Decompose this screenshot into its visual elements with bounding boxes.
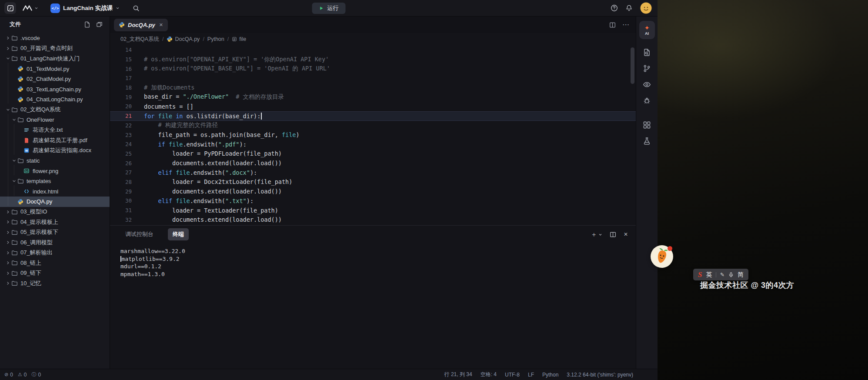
editor-scrollbar[interactable] xyxy=(631,47,634,225)
tree-folder-03_模型IO[interactable]: 03_模型IO xyxy=(0,207,110,217)
source-control-branch-icon[interactable] xyxy=(636,60,658,77)
tree-file-04_ChatLongChain.py[interactable]: 04_ChatLongChain.py xyxy=(0,94,110,105)
code-line-15[interactable]: 15# os.environ["OPENAI_API_KEY"] = '你的Op… xyxy=(110,55,636,64)
code-editor[interactable]: 1415# os.environ["OPENAI_API_KEY"] = '你的… xyxy=(110,45,636,225)
tree-folder-08_链上[interactable]: 08_链上 xyxy=(0,258,110,268)
scrollbar-thumb[interactable] xyxy=(631,47,634,84)
tab-label: DocQA.py xyxy=(128,22,155,28)
ime-language-toggle[interactable]: 英 xyxy=(706,271,712,279)
new-file-icon[interactable] xyxy=(84,21,90,28)
tree-folder-06_调用模型[interactable]: 06_调用模型 xyxy=(0,237,110,248)
code-line-23[interactable]: 23 file_path = os.path.join(base_dir, fi… xyxy=(110,130,636,140)
code-line-30[interactable]: 30 elif file.endswith(".txt"): xyxy=(110,196,636,206)
collapse-folders-icon[interactable] xyxy=(96,21,103,28)
tab-docqa-py[interactable]: DocQA.py ✕ xyxy=(114,19,168,31)
tree-folder-00_开篇词_奇点时刻[interactable]: 00_开篇词_奇点时刻 xyxy=(0,43,110,54)
ai-assistant-button[interactable]: ✦ AI xyxy=(639,21,655,39)
tree-folder-07_解析输出[interactable]: 07_解析输出 xyxy=(0,248,110,258)
tree-folder-09_链下[interactable]: 09_链下 xyxy=(0,268,110,279)
test-flask-icon[interactable] xyxy=(636,133,658,149)
status-encoding[interactable]: UTF-8 xyxy=(505,372,520,378)
tree-file-flower.png[interactable]: flower.png xyxy=(0,166,110,177)
user-avatar[interactable] xyxy=(640,2,652,14)
split-panel-icon[interactable] xyxy=(610,231,616,238)
code-line-14[interactable]: 14 xyxy=(110,45,636,55)
breadcrumb-item[interactable]: Python xyxy=(207,36,224,42)
tree-file-index.html[interactable]: index.html xyxy=(0,187,110,197)
tree-file-易速鲜花员工手册.pdf[interactable]: 易速鲜花员工手册.pdf xyxy=(0,135,110,146)
tree-file-花语大全.txt[interactable]: 花语大全.txt xyxy=(0,125,110,136)
line-number: 28 xyxy=(110,179,141,185)
project-selector[interactable]: </> LangChain 实战课 xyxy=(50,3,120,13)
app-logo-button[interactable] xyxy=(4,2,16,14)
terminal-output[interactable]: marshmallow==3.22.0matplotlib==3.9.2mdur… xyxy=(110,243,636,369)
search-icon[interactable] xyxy=(133,5,140,12)
problems-error[interactable]: ⊘0 xyxy=(4,372,13,378)
tree-folder-static[interactable]: static xyxy=(0,156,110,166)
tree-file-DocQA.py[interactable]: DocQA.py xyxy=(0,197,110,207)
workspace-switcher[interactable] xyxy=(22,5,38,11)
ime-pen-icon[interactable]: ✎ xyxy=(720,272,724,278)
code-line-21[interactable]: 21for file in os.listdir(base_dir): xyxy=(110,111,636,121)
ime-toolbar[interactable]: S 英 ✎ 简 xyxy=(693,269,748,280)
preview-eye-icon[interactable] xyxy=(636,77,658,93)
code-line-26[interactable]: 26 documents.extend(loader.load()) xyxy=(110,158,636,168)
file-search-icon[interactable] xyxy=(636,44,658,60)
split-editor-icon[interactable] xyxy=(609,22,616,28)
code-line-28[interactable]: 28 loader = Docx2txtLoader(file_path) xyxy=(110,177,636,187)
code-line-16[interactable]: 16# os.environ["OPENAI_BASE_URL"] = 'Ope… xyxy=(110,64,636,73)
code-line-32[interactable]: 32 documents.extend(loader.load()) xyxy=(110,215,636,224)
tree-folder-02_文档QA系统[interactable]: 02_文档QA系统 xyxy=(0,105,110,115)
breadcrumb-item[interactable]: 02_文档QA系统 xyxy=(120,36,159,43)
code-line-27[interactable]: 27 elif file.endswith(".docx"): xyxy=(110,168,636,177)
tree-item-label: templates xyxy=(27,178,51,184)
tree-file-03_TextLangChain.py[interactable]: 03_TextLangChain.py xyxy=(0,84,110,95)
panel-tab-终端[interactable]: 终端 xyxy=(168,228,189,240)
mascot-badge xyxy=(668,246,672,251)
problems-warning[interactable]: ⚠0 xyxy=(18,372,27,378)
tab-close-icon[interactable]: ✕ xyxy=(159,22,163,28)
tree-folder-04_提示模板上[interactable]: 04_提示模板上 xyxy=(0,217,110,227)
ime-logo-icon[interactable]: S xyxy=(698,271,702,278)
status-language-mode[interactable]: Python xyxy=(542,372,558,378)
run-button[interactable]: 运行 xyxy=(312,3,346,14)
code-line-19[interactable]: 19base_dir = "./OneFlower" # 文档的存放目录 xyxy=(110,92,636,102)
problems-info[interactable]: ⓘ0 xyxy=(31,371,41,378)
extensions-grid-icon[interactable] xyxy=(636,117,658,133)
status-indentation[interactable]: 空格: 4 xyxy=(481,371,497,378)
code-line-20[interactable]: 20documents = [] xyxy=(110,102,636,111)
ime-script-toggle[interactable]: 简 xyxy=(738,271,744,279)
code-line-24[interactable]: 24 if file.endswith(".pdf"): xyxy=(110,140,636,149)
breadcrumb-item[interactable]: file xyxy=(232,36,246,42)
tree-file-01_TextModel.py[interactable]: 01_TextModel.py xyxy=(0,64,110,74)
assistant-mascot[interactable] xyxy=(651,245,673,268)
new-terminal-icon[interactable]: ＋ xyxy=(591,230,602,239)
status-eol[interactable]: LF xyxy=(528,372,534,378)
tree-folder-01_LangChain快速入门[interactable]: 01_LangChain快速入门 xyxy=(0,53,110,64)
panel-tab-调试控制台[interactable]: 调试控制台 xyxy=(120,228,158,240)
tree-folder-05_提示模板下[interactable]: 05_提示模板下 xyxy=(0,227,110,238)
close-panel-icon[interactable]: ✕ xyxy=(624,231,628,237)
tree-folder-.vscode[interactable]: .vscode xyxy=(0,33,110,43)
help-icon[interactable] xyxy=(611,4,618,12)
tree-folder-OneFlower[interactable]: OneFlower xyxy=(0,115,110,125)
more-actions-icon[interactable]: ⋯ xyxy=(622,21,629,28)
status-cursor-position[interactable]: 行 21, 列 34 xyxy=(444,371,472,378)
code-line-22[interactable]: 22 # 构建完整的文件路径 xyxy=(110,121,636,130)
ime-mic-icon[interactable] xyxy=(728,272,734,278)
code-line-17[interactable]: 17 xyxy=(110,73,636,83)
code-line-29[interactable]: 29 documents.extend(loader.load()) xyxy=(110,187,636,196)
tree-folder-templates[interactable]: templates xyxy=(0,176,110,187)
tree-item-label: 01_LangChain快速入门 xyxy=(20,55,80,63)
notifications-bell-icon[interactable] xyxy=(625,4,633,12)
code-line-31[interactable]: 31 loader = TextLoader(file_path) xyxy=(110,206,636,215)
tree-file-02_ChatModel.py[interactable]: 02_ChatModel.py xyxy=(0,74,110,84)
code-line-18[interactable]: 18# 加载Documents xyxy=(110,83,636,93)
status-python-interpreter[interactable]: 3.12.2 64-bit ('shims': pyenv) xyxy=(567,372,633,378)
code-line-25[interactable]: 25 loader = PyPDFLoader(file_path) xyxy=(110,149,636,159)
tree-folder-10_记忆[interactable]: 10_记忆 xyxy=(0,278,110,289)
line-number: 25 xyxy=(110,150,141,157)
breadcrumb-item[interactable]: DocQA.py xyxy=(167,36,200,42)
tree-file-易速鲜花运营指南.docx[interactable]: W易速鲜花运营指南.docx xyxy=(0,146,110,156)
debug-bug-icon[interactable] xyxy=(636,93,658,109)
